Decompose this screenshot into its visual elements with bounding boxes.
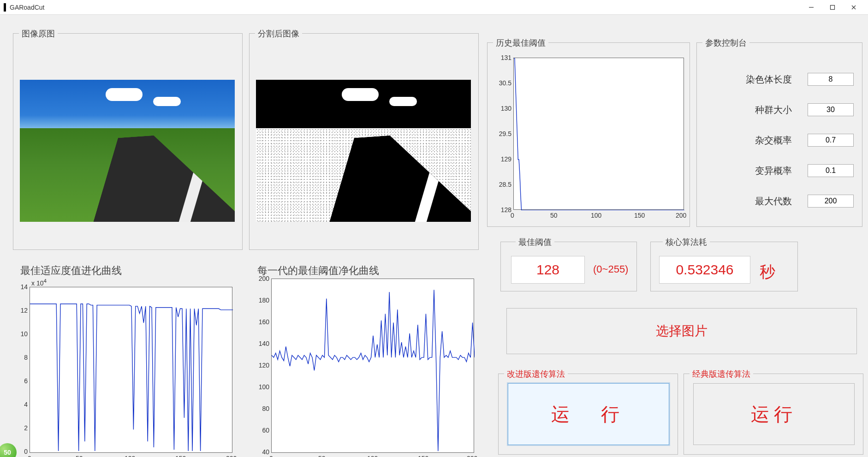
panel-param-console: 参数控制台 染色体长度 种群大小 杂交概率 变异概率 最大代数 — [696, 42, 862, 227]
fitness-exponent: x 104 — [31, 278, 47, 287]
legend-time: 核心算法耗 — [663, 237, 710, 248]
choose-image-button[interactable]: 选择图片 — [506, 308, 857, 354]
legend-best: 最佳阈值 — [516, 237, 554, 248]
panel-history-threshold: 历史最佳阈值 131 30.5 130 29.5 129 28.5 128 0 … — [487, 42, 690, 227]
label-pop-size: 种群大小 — [755, 104, 792, 116]
app-icon — [4, 3, 6, 12]
chart-genbest — [271, 279, 474, 453]
panel-improved-ga: 改进版遗传算法 运 行 — [498, 374, 678, 455]
run-classic-button[interactable]: 运行 — [693, 383, 855, 445]
legend-original: 图像原图 — [19, 28, 58, 39]
close-button[interactable] — [843, 0, 864, 15]
legend-classic: 经典版遗传算法 — [690, 368, 753, 380]
input-crossover[interactable] — [808, 134, 854, 147]
titlebar: GARoadCut — [0, 0, 868, 15]
minimize-button[interactable] — [801, 0, 822, 15]
unit-seconds: 秒 — [760, 261, 775, 283]
chart-fitness — [30, 287, 232, 453]
run-improved-button[interactable]: 运 行 — [508, 383, 669, 445]
svg-rect-0 — [831, 5, 835, 9]
legend-params: 参数控制台 — [702, 37, 749, 48]
label-chrom-len: 染色体长度 — [746, 73, 792, 86]
legend-history: 历史最佳阈值 — [493, 37, 548, 48]
range-hint: (0~255) — [593, 263, 628, 275]
panel-best-threshold: 最佳阈值 128 (0~255) — [500, 242, 637, 291]
legend-fitness: 最佳适应度值进化曲线 — [18, 264, 124, 278]
legend-improved: 改进版遗传算法 — [504, 368, 568, 380]
input-mutation[interactable] — [808, 164, 854, 177]
label-mutation: 变异概率 — [755, 165, 792, 177]
input-pop-size[interactable] — [808, 103, 854, 116]
panel-classic-ga: 经典版遗传算法 运行 — [684, 374, 863, 455]
window-title: GARoadCut — [10, 4, 44, 11]
taskbar-badge: 50 — [0, 443, 17, 457]
maximize-button[interactable] — [822, 0, 843, 15]
legend-segmented: 分割后图像 — [255, 28, 302, 39]
image-segmented — [256, 80, 471, 222]
value-core-time: 0.532346 — [659, 256, 750, 284]
panel-segmented-image: 分割后图像 — [249, 33, 479, 250]
legend-genbest: 每一代的最佳阈值净化曲线 — [256, 264, 381, 278]
input-chrom-len[interactable] — [808, 73, 854, 86]
image-original — [20, 80, 235, 222]
panel-core-time: 核心算法耗 0.532346 秒 — [650, 242, 798, 291]
input-max-gen[interactable] — [808, 195, 854, 208]
chart-history-threshold — [513, 58, 684, 210]
panel-original-image: 图像原图 — [13, 33, 243, 250]
label-max-gen: 最大代数 — [755, 195, 792, 208]
label-crossover: 杂交概率 — [755, 134, 792, 147]
value-best-threshold: 128 — [511, 256, 585, 284]
